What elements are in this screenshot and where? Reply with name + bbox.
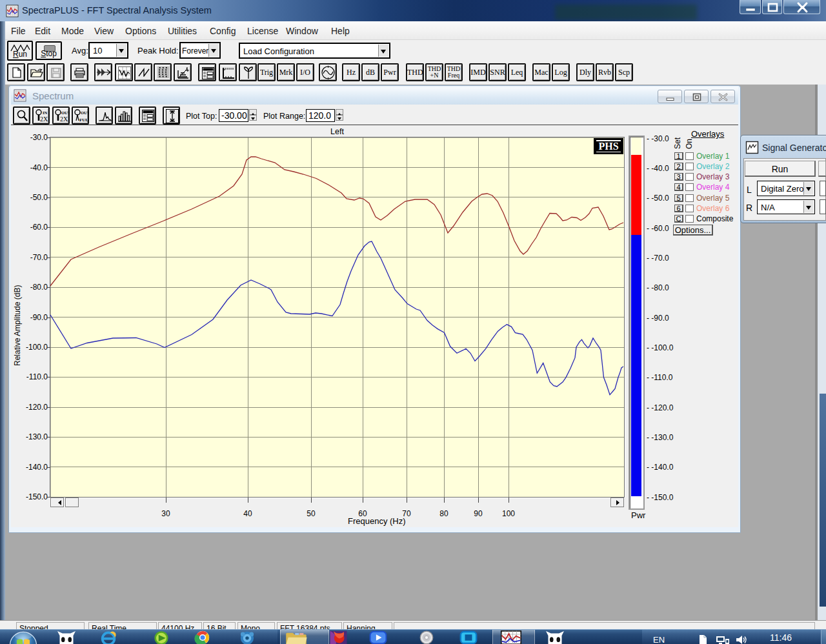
- svg-text:IN: IN: [43, 110, 48, 115]
- svg-text:FULL: FULL: [79, 117, 89, 123]
- svg-text:2X: 2X: [40, 116, 48, 123]
- svg-text:OUT: OUT: [61, 110, 70, 115]
- svg-text:2X: 2X: [60, 116, 68, 123]
- svg-text:OUT: OUT: [81, 110, 89, 115]
